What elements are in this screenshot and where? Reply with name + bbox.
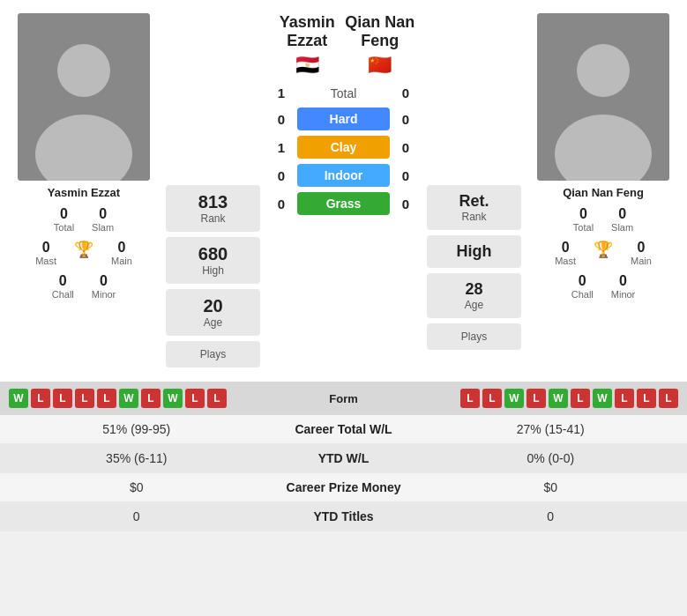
right-slam-cell: 0 Slam <box>611 206 633 233</box>
stats-center-label: YTD Titles <box>265 509 423 523</box>
left-mast-label: Mast <box>35 256 56 266</box>
form-badge: L <box>53 389 72 408</box>
stats-row: 51% (99-95)Career Total W/L27% (15-41) <box>0 415 687 444</box>
left-stats-row1: 0 Total 0 Slam <box>54 206 114 233</box>
form-badge: L <box>637 389 656 408</box>
stats-left-value: 35% (6-11) <box>9 451 265 465</box>
right-rank-value: Ret. <box>430 192 518 211</box>
total-right-score: 0 <box>395 85 416 100</box>
hard-row: 0 Hard 0 <box>271 108 416 130</box>
indoor-right-score: 0 <box>395 168 416 183</box>
left-mast-value: 0 <box>35 240 56 256</box>
form-badge: L <box>141 389 161 408</box>
indoor-button: Indoor <box>297 164 390 187</box>
clay-right-score: 0 <box>395 140 416 155</box>
right-mast-label: Mast <box>555 256 576 266</box>
left-age-box: 20 Age <box>166 289 260 336</box>
right-minor-label: Minor <box>611 289 636 300</box>
comparison-section: Yasmin Ezzat 0 Total 0 Slam 0 Mast 🏆 <box>0 0 687 382</box>
hard-button: Hard <box>297 108 390 130</box>
left-main-value: 0 <box>111 240 132 256</box>
stats-left-value: 0 <box>9 509 265 523</box>
form-badge: L <box>185 389 205 408</box>
form-badge: W <box>504 389 524 408</box>
left-total-value: 0 <box>54 206 74 222</box>
clay-left-score: 1 <box>271 140 292 155</box>
stats-center-label: Career Total W/L <box>265 422 423 436</box>
right-form-badges: LLWLWLWLLL <box>385 389 679 408</box>
form-badge: W <box>593 389 612 408</box>
stats-row: 0YTD Titles0 <box>0 502 687 531</box>
form-badge: W <box>549 389 568 408</box>
center-section: Yasmin Ezzat Qian Nan Feng 🇪🇬 🇨🇳 1 Total… <box>267 13 420 373</box>
form-label: Form <box>309 392 379 405</box>
left-trophy-icon: 🏆 <box>74 241 93 258</box>
left-minor-value: 0 <box>92 273 116 289</box>
left-plays-box: Plays <box>166 341 260 367</box>
right-age-label: Age <box>430 299 518 311</box>
grass-button: Grass <box>297 192 390 215</box>
form-badge: L <box>659 389 678 408</box>
right-player-avatar <box>537 13 669 181</box>
stats-right-value: 0% (0-0) <box>423 451 679 465</box>
right-stats-row1: 0 Total 0 Slam <box>573 206 633 233</box>
right-rank-label: Rank <box>430 211 518 223</box>
left-rank-label: Rank <box>169 212 257 225</box>
right-high-value: High <box>430 242 518 261</box>
right-stats-row2: 0 Mast 🏆 0 Main <box>555 240 652 266</box>
left-main-label: Main <box>111 256 132 266</box>
clay-button: Clay <box>297 136 390 159</box>
form-badge: L <box>526 389 546 408</box>
right-main-cell: 0 Main <box>631 240 652 266</box>
left-chall-cell: 0 Chall <box>52 273 74 300</box>
right-high-box: High <box>427 235 521 268</box>
stats-left-value: 51% (99-95) <box>9 422 265 436</box>
right-player-name: Qian Nan Feng <box>563 186 644 199</box>
indoor-row: 0 Indoor 0 <box>271 164 416 187</box>
hard-right-score: 0 <box>395 112 416 127</box>
svg-point-4 <box>577 44 630 97</box>
right-minor-cell: 0 Minor <box>611 273 636 300</box>
stats-right-value: $0 <box>423 480 679 494</box>
right-chall-value: 0 <box>571 273 594 289</box>
stats-table: 51% (99-95)Career Total W/L27% (15-41)35… <box>0 415 687 531</box>
grass-right-score: 0 <box>395 197 416 212</box>
form-badge: L <box>75 389 94 408</box>
form-badge: L <box>97 389 116 408</box>
stats-right-value: 0 <box>423 509 679 523</box>
form-badge: L <box>207 389 227 408</box>
form-badge: L <box>31 389 50 408</box>
stats-left-value: $0 <box>9 480 265 494</box>
hard-left-score: 0 <box>271 112 292 127</box>
right-middle-info: Ret. Rank High 28 Age Plays <box>423 185 525 373</box>
right-age-value: 28 <box>430 280 518 299</box>
grass-left-score: 0 <box>271 197 292 212</box>
form-badge: L <box>460 389 480 408</box>
right-minor-value: 0 <box>611 273 636 289</box>
right-mast-value: 0 <box>555 240 576 256</box>
flags-row: 🇪🇬 🇨🇳 <box>271 54 416 77</box>
left-main-cell: 0 Main <box>111 240 132 266</box>
right-age-box: 28 Age <box>427 273 521 318</box>
stats-row: 35% (6-11)YTD W/L0% (0-0) <box>0 444 687 473</box>
right-trophy-cell: 🏆 <box>594 240 613 266</box>
left-high-box: 680 High <box>166 237 260 284</box>
grass-row: 0 Grass 0 <box>271 192 416 215</box>
total-left-score: 1 <box>271 85 292 100</box>
right-total-cell: 0 Total <box>573 206 594 233</box>
left-rank-box: 813 Rank <box>166 185 260 232</box>
left-minor-label: Minor <box>92 289 116 300</box>
left-minor-cell: 0 Minor <box>92 273 116 300</box>
left-slam-value: 0 <box>92 206 114 222</box>
form-badge: W <box>119 389 138 408</box>
right-mast-cell: 0 Mast <box>555 240 576 266</box>
left-player-card: Yasmin Ezzat 0 Total 0 Slam 0 Mast 🏆 <box>9 13 159 373</box>
left-plays-value: Plays <box>169 348 257 360</box>
center-right-name: Qian Nan Feng <box>344 13 417 50</box>
right-stats-row3: 0 Chall 0 Minor <box>571 273 636 300</box>
right-total-label: Total <box>573 222 594 233</box>
total-row: 1 Total 0 <box>271 85 416 100</box>
right-player-card: Qian Nan Feng 0 Total 0 Slam 0 Mast 🏆 <box>528 13 678 373</box>
stats-center-label: YTD W/L <box>265 451 423 465</box>
left-chall-value: 0 <box>52 273 74 289</box>
